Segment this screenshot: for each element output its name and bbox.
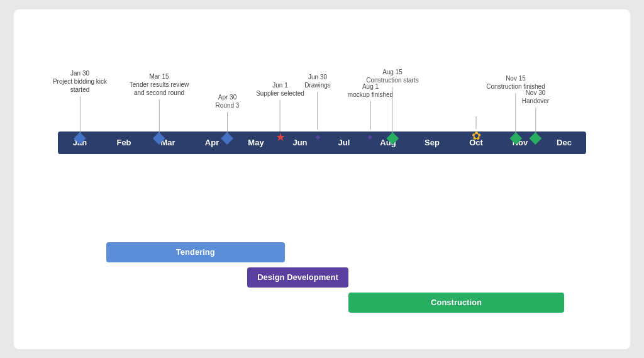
diamond-icon-mar15 xyxy=(155,134,164,143)
phase-label-construction: Construction xyxy=(431,298,482,307)
phase-bar-tendering: Tendering xyxy=(106,242,285,262)
phase-label-tendering: Tendering xyxy=(176,247,215,257)
marker-aug15: Aug 15 Construction starts xyxy=(366,68,418,143)
main-card: JanFebMarAprMayJunJulAugSepOctNovDec Jan… xyxy=(14,9,630,349)
diamond-icon-nov30 xyxy=(531,134,540,143)
marker-label-apr30: Apr 30 Round 3 xyxy=(216,93,240,109)
diamond-shape xyxy=(153,132,165,145)
marker-label-jan30: Jan 30 Project bidding kick started xyxy=(53,69,107,94)
marker-connector-apr30 xyxy=(227,112,228,134)
marker-jun30: Jun 30 Drawings⬥ xyxy=(304,73,331,143)
marker-connector-jun1 xyxy=(280,100,280,131)
marker-connector-nov15 xyxy=(515,93,516,134)
diamond-shape xyxy=(74,132,86,145)
marker-label-mar15: Mar 15 Tender results review and second … xyxy=(130,72,189,97)
phase-label-design-development: Design Development xyxy=(257,272,338,282)
diamond-shape xyxy=(221,132,234,145)
marker-mar15: Mar 15 Tender results review and second … xyxy=(130,72,189,143)
marker-label-aug15: Aug 15 Construction starts xyxy=(366,68,418,84)
marker-apr30: Apr 30 Round 3 xyxy=(216,93,240,143)
marker-connector-aug15 xyxy=(392,87,393,134)
marker-label-jun1: Jun 1 Supplier selected xyxy=(256,81,304,98)
diamond-icon-apr30 xyxy=(223,134,232,143)
marker-connector-nov30 xyxy=(535,108,536,134)
diamond-shape xyxy=(509,132,522,145)
diamond-shape xyxy=(386,132,399,145)
diamond-shape xyxy=(530,132,542,145)
diamond-icon-aug15 xyxy=(388,134,397,143)
phase-area: TenderingDesign DevelopmentConstruction xyxy=(33,236,611,311)
marker-nov30: Nov 30 Handover xyxy=(522,89,549,143)
star-icon-jun1: ★ xyxy=(275,131,286,143)
phase-bar-design-development: Design Development xyxy=(247,267,348,288)
marker-label-nov30: Nov 30 Handover xyxy=(522,89,549,105)
marker-jan30: Jan 30 Project bidding kick started xyxy=(53,69,107,143)
marker-connector-jan30 xyxy=(80,96,80,134)
marker-oct: ✿ xyxy=(472,114,481,143)
marker-label-jun30: Jun 30 Drawings xyxy=(304,73,331,89)
droplet-icon-jun30: ⬥ xyxy=(314,130,321,143)
diamond-icon-nov15 xyxy=(511,134,520,143)
diamond-icon-jan30 xyxy=(75,134,84,143)
marker-connector-jun30 xyxy=(318,92,318,130)
sunflower-icon-oct: ✿ xyxy=(472,129,481,143)
phase-bar-construction: Construction xyxy=(348,293,564,313)
marker-jun1: Jun 1 Supplier selected★ xyxy=(256,81,304,143)
timeline-area: JanFebMarAprMayJunJulAugSepOctNovDec Jan… xyxy=(33,41,611,230)
marker-connector-oct xyxy=(476,116,477,129)
marker-connector-mar15 xyxy=(158,99,159,134)
